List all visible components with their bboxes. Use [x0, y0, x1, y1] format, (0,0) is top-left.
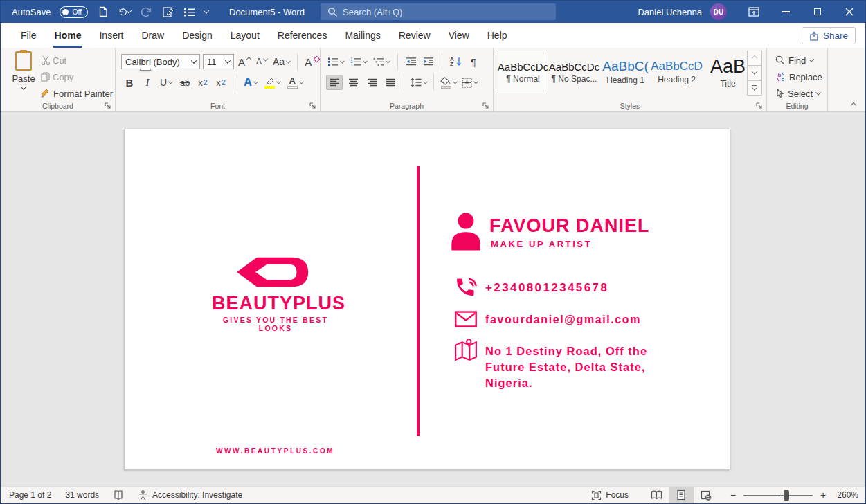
- line-spacing-button[interactable]: [409, 75, 429, 90]
- tab-design[interactable]: Design: [173, 23, 222, 48]
- document-page[interactable]: BEAUTYPLUS GIVES YOU THE BEST LOOKS WWW.…: [124, 129, 730, 470]
- styles-scroll-down-button[interactable]: [747, 65, 762, 80]
- format-painter-button[interactable]: Format Painter: [39, 86, 114, 101]
- tab-file[interactable]: File: [12, 23, 46, 48]
- tab-layout[interactable]: Layout: [222, 23, 269, 48]
- find-button[interactable]: Find: [775, 53, 813, 68]
- text-effects-button[interactable]: A: [242, 75, 259, 90]
- cut-button[interactable]: Cut: [39, 53, 68, 68]
- superscript-button[interactable]: x2: [214, 75, 228, 90]
- style-title[interactable]: AaB Title: [703, 51, 753, 93]
- maximize-button[interactable]: [802, 1, 833, 23]
- svg-text:3: 3: [351, 63, 353, 66]
- paste-button[interactable]: Paste: [8, 51, 39, 104]
- font-dialog-launcher[interactable]: [309, 102, 316, 109]
- tab-view[interactable]: View: [440, 23, 478, 48]
- tab-references[interactable]: References: [269, 23, 336, 48]
- zoom-level[interactable]: 260%: [828, 490, 858, 500]
- change-case-button[interactable]: Aa: [271, 54, 291, 69]
- bold-button[interactable]: B: [123, 75, 136, 90]
- editor-pen-icon[interactable]: [161, 6, 174, 18]
- tab-home[interactable]: Home: [46, 23, 91, 48]
- font-color-button[interactable]: A: [286, 75, 305, 90]
- copy-label: Copy: [53, 72, 73, 82]
- person-icon: [450, 212, 482, 251]
- bullets-button[interactable]: [326, 54, 345, 69]
- font-name-select[interactable]: Calibri (Body): [121, 54, 200, 69]
- list-icon[interactable]: [183, 6, 195, 18]
- page-indicator[interactable]: Page 1 of 2: [9, 490, 51, 500]
- paragraph-dialog-launcher[interactable]: [482, 102, 489, 109]
- clipboard-dialog-launcher[interactable]: [104, 102, 111, 109]
- subscript-button[interactable]: x2: [196, 75, 210, 90]
- align-center-button[interactable]: [345, 75, 361, 90]
- highlight-button[interactable]: [263, 75, 282, 90]
- print-layout-button[interactable]: [669, 487, 694, 503]
- tab-help[interactable]: Help: [478, 23, 516, 48]
- user-name[interactable]: Daniel Uchenna: [638, 7, 702, 17]
- read-mode-button[interactable]: [644, 487, 669, 503]
- redo-button[interactable]: [140, 6, 152, 18]
- increase-indent-button[interactable]: [422, 54, 435, 69]
- focus-button[interactable]: Focus: [591, 490, 629, 501]
- zoom-in-button[interactable]: +: [818, 489, 828, 501]
- styles-gallery-expand-button[interactable]: [747, 80, 762, 96]
- undo-button[interactable]: [118, 6, 131, 18]
- accessibility-label: Accessibility: Investigate: [152, 490, 242, 500]
- numbering-button[interactable]: 123: [349, 54, 368, 69]
- share-button[interactable]: Share: [802, 27, 856, 44]
- search-box[interactable]: Search (Alt+Q): [321, 3, 556, 20]
- tab-mailings[interactable]: Mailings: [336, 23, 389, 48]
- style-heading-1[interactable]: AaBbC( Heading 1: [600, 51, 651, 93]
- proofing-button[interactable]: [113, 489, 124, 501]
- web-layout-button[interactable]: [694, 487, 719, 503]
- clear-formatting-button[interactable]: A: [303, 54, 321, 69]
- quick-access-overflow-chevron[interactable]: [204, 8, 209, 13]
- minimize-button[interactable]: [770, 1, 802, 23]
- clipboard-group: Paste Cut Copy Format Painter: [1, 48, 116, 112]
- collapse-ribbon-chevron[interactable]: [851, 102, 856, 108]
- align-right-button[interactable]: [363, 75, 380, 90]
- sort-button[interactable]: AZ: [449, 54, 463, 69]
- avatar[interactable]: DU: [710, 3, 727, 20]
- website-text: WWW.BEAUTYPLUS.COM: [216, 447, 334, 455]
- ribbon-display-options-button[interactable]: [738, 1, 770, 23]
- close-button[interactable]: [833, 1, 865, 23]
- strikethrough-button[interactable]: ab: [178, 75, 192, 90]
- style-heading-2[interactable]: AaBbCcD Heading 2: [651, 51, 702, 93]
- titlebar-right: Daniel Uchenna DU: [638, 1, 865, 23]
- shading-button[interactable]: [439, 75, 458, 90]
- borders-button[interactable]: [460, 75, 479, 90]
- zoom-slider-handle[interactable]: [784, 490, 789, 501]
- word-count[interactable]: 31 words: [65, 490, 99, 500]
- underline-button[interactable]: U: [159, 75, 174, 90]
- grow-font-button[interactable]: A: [237, 54, 252, 69]
- undo-chevron-icon[interactable]: [127, 8, 132, 14]
- justify-button[interactable]: [382, 75, 399, 90]
- tab-draw[interactable]: Draw: [132, 23, 173, 48]
- tab-insert[interactable]: Insert: [90, 23, 132, 48]
- shrink-font-button[interactable]: A: [255, 54, 269, 69]
- align-left-button[interactable]: [326, 75, 343, 90]
- style-normal[interactable]: AaBbCcDc ¶ Normal: [498, 51, 548, 93]
- document-area: BEAUTYPLUS GIVES YOU THE BEST LOOKS WWW.…: [1, 112, 865, 487]
- styles-group: AaBbCcDc ¶ Normal AaBbCcDc ¶ No Spac... …: [494, 48, 767, 112]
- styles-scroll-up-button[interactable]: [747, 51, 762, 66]
- zoom-slider[interactable]: [743, 487, 813, 503]
- font-size-select[interactable]: 11: [203, 54, 234, 69]
- copy-button[interactable]: Copy: [39, 69, 75, 84]
- replace-button[interactable]: bc Replace: [775, 69, 822, 84]
- show-paragraph-marks-button[interactable]: ¶: [467, 54, 480, 69]
- accessibility-button[interactable]: Accessibility: Investigate: [138, 490, 242, 501]
- italic-button[interactable]: I: [141, 75, 154, 90]
- styles-dialog-launcher[interactable]: [755, 102, 763, 109]
- tab-review[interactable]: Review: [390, 23, 440, 48]
- save-icon[interactable]: [97, 6, 109, 18]
- decrease-indent-button[interactable]: [404, 54, 418, 69]
- zoom-out-button[interactable]: −: [728, 489, 738, 501]
- multilevel-list-button[interactable]: [372, 54, 391, 69]
- style-no-spacing[interactable]: AaBbCcDc ¶ No Spac...: [549, 51, 599, 93]
- titlebar: AutoSave Off Document5 - Wor: [1, 1, 865, 23]
- select-button[interactable]: Select: [775, 86, 820, 101]
- autosave-toggle[interactable]: Off: [60, 6, 88, 18]
